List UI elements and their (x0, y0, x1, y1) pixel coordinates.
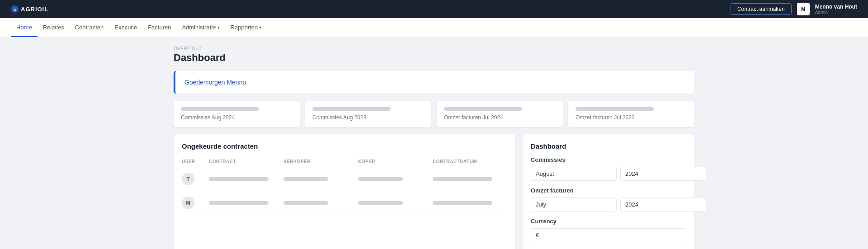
row-datum-blur-0 (433, 177, 492, 181)
commissies-year-input[interactable] (620, 167, 706, 181)
table-header: USER CONTRACT VERKOPER KOPER CONTRACTDAT… (182, 156, 507, 167)
stat-value-blur-2 (444, 107, 522, 111)
contracts-panel-title: Ongekeurde contracten (182, 142, 507, 150)
logo: A AGRIOIL (11, 5, 48, 13)
logo-text: AGRIOIL (21, 6, 48, 13)
row-verkoper-blur-0 (283, 177, 328, 181)
col-koper: KOPER (358, 159, 433, 164)
col-contract: CONTRACT (209, 159, 283, 164)
col-verkoper: VERKOPER (283, 159, 358, 164)
contracts-panel: Ongekeurde contracten USER CONTRACT VERK… (174, 134, 515, 249)
dashboard-panel-title: Dashboard (531, 142, 686, 150)
svg-text:A: A (14, 8, 16, 12)
main-nav: Home Relaties Contracten Executie Factur… (0, 18, 868, 37)
chevron-down-icon: ▾ (259, 25, 261, 30)
omzet-month-input[interactable] (531, 197, 617, 211)
user-info: Menno van Hout Admin (815, 4, 857, 15)
page-title: Dashboard (174, 52, 694, 64)
dashboard-panel: Dashboard Commissies Omzet facturen Curr… (523, 134, 694, 249)
logo-icon: A (11, 5, 19, 13)
row-contract-blur-0 (209, 177, 269, 181)
nav-administratie[interactable]: Administratie ▾ (176, 19, 225, 37)
greeting-card: Goedemorgen Menno. (174, 71, 694, 94)
row-verkoper-blur-1 (283, 201, 328, 205)
col-user: USER (182, 159, 209, 164)
commissies-fields (531, 167, 686, 181)
table-row: M (182, 191, 507, 215)
nav-executie[interactable]: Executie (109, 19, 142, 37)
topbar: A AGRIOIL Contract aanmaken M Menno van … (0, 0, 868, 18)
table-row: T (182, 167, 507, 191)
nav-rapporten[interactable]: Rapporten ▾ (225, 19, 267, 37)
nav-relaties[interactable]: Relaties (38, 19, 70, 37)
stat-title-1: Commissies Aug 2023 (312, 114, 424, 121)
topbar-right: Contract aanmaken M Menno van Hout Admin (731, 3, 857, 15)
col-contractdatum: CONTRACTDATUM (433, 159, 507, 164)
bottom-grid: Ongekeurde contracten USER CONTRACT VERK… (174, 134, 694, 249)
row-avatar-1: M (182, 197, 194, 209)
row-koper-blur-1 (358, 201, 403, 205)
stat-value-blur-0 (181, 107, 259, 111)
contract-aanmaken-button[interactable]: Contract aanmaken (731, 3, 792, 15)
row-koper-blur-0 (358, 177, 403, 181)
stat-card-3: Omzet facturen Jul 2023 (568, 101, 694, 127)
row-contract-blur-1 (209, 201, 269, 205)
stat-card-0: Commissies Aug 2024 (174, 101, 300, 127)
nav-home[interactable]: Home (11, 19, 38, 37)
stat-title-3: Omzet facturen Jul 2023 (576, 114, 687, 121)
avatar: M (797, 3, 810, 15)
stat-title-2: Omzet facturen Jul 2024 (444, 114, 556, 121)
currency-label: Currency (531, 218, 686, 225)
omzet-fields (531, 197, 686, 211)
commissies-label: Commissies (531, 156, 686, 163)
user-role: Admin (815, 10, 857, 15)
row-datum-blur-1 (433, 201, 492, 205)
stat-card-1: Commissies Aug 2023 (305, 101, 431, 127)
commissies-month-input[interactable] (531, 167, 617, 181)
page-content: OVERZICHT Dashboard Goedemorgen Menno. C… (163, 37, 705, 249)
stats-row: Commissies Aug 2024 Commissies Aug 2023 … (174, 101, 694, 127)
omzet-year-input[interactable] (620, 197, 706, 211)
stat-value-blur-3 (576, 107, 654, 111)
currency-input[interactable] (531, 228, 686, 242)
user-name: Menno van Hout (815, 4, 857, 10)
greeting-text: Goedemorgen Menno. (184, 79, 248, 86)
stat-title-0: Commissies Aug 2024 (181, 114, 292, 121)
nav-facturen[interactable]: Facturen (142, 19, 176, 37)
chevron-down-icon: ▾ (217, 25, 220, 30)
omzet-label: Omzet facturen (531, 187, 686, 194)
stat-value-blur-1 (312, 107, 391, 111)
currency-fields (531, 228, 686, 242)
breadcrumb: OVERZICHT (174, 46, 694, 51)
nav-contracten[interactable]: Contracten (70, 19, 109, 37)
row-avatar-0: T (182, 173, 194, 185)
stat-card-2: Omzet facturen Jul 2024 (437, 101, 563, 127)
